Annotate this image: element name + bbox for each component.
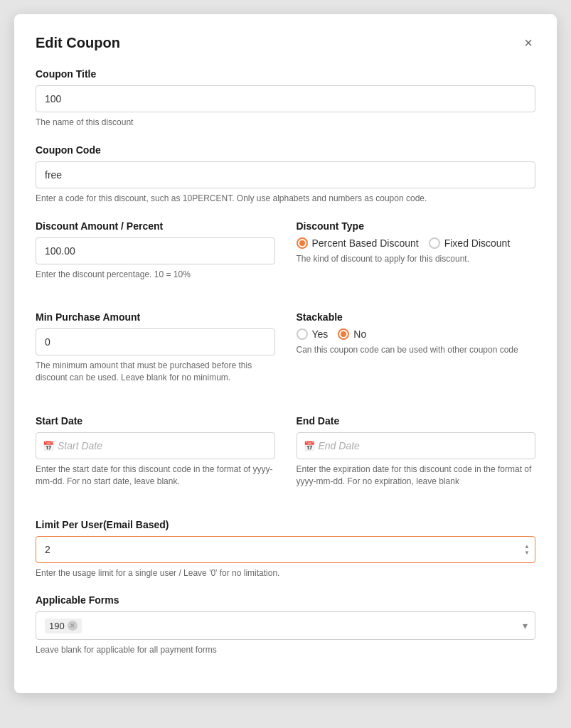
discount-type-group: Discount Type Percent Based Discount Fix… [297, 220, 536, 281]
discount-type-hint: The kind of discount to apply for this d… [297, 253, 536, 265]
percent-discount-radio[interactable] [297, 237, 308, 249]
edit-coupon-modal: Edit Coupon × Coupon Title The name of t… [14, 14, 557, 693]
coupon-title-hint: The name of this discount [36, 117, 535, 129]
start-date-group: Start Date 📅 Enter the start date for th… [36, 415, 275, 488]
coupon-title-label: Coupon Title [36, 68, 535, 80]
close-button[interactable]: × [521, 34, 535, 51]
coupon-title-input[interactable] [36, 85, 535, 112]
limit-per-user-input[interactable] [36, 536, 535, 563]
limit-per-user-wrapper: ▲ ▼ [36, 536, 535, 563]
end-date-hint: Enter the expiration date for this disco… [297, 464, 536, 488]
discount-row: Discount Amount / Percent Enter the disc… [36, 220, 535, 296]
end-date-wrapper: 📅 [297, 432, 536, 459]
form-tag-remove[interactable]: × [68, 621, 78, 631]
applicable-forms-group: Applicable Forms 190 × ▾ Leave blank for… [36, 594, 535, 656]
form-tag-190: 190 × [45, 619, 82, 633]
stackable-radio-group: Yes No [297, 328, 536, 340]
stackable-yes-radio[interactable] [297, 328, 308, 340]
end-date-input[interactable] [297, 432, 536, 459]
form-tag-value: 190 [49, 621, 65, 631]
min-purchase-group: Min Purchase Amount The minimum amount t… [36, 311, 275, 384]
min-purchase-hint: The minimum amount that must be purchase… [36, 360, 275, 384]
coupon-code-hint: Enter a code for this discount, such as … [36, 193, 535, 205]
stackable-no-label: No [353, 328, 366, 340]
percent-discount-label: Percent Based Discount [312, 237, 419, 249]
fixed-discount-option[interactable]: Fixed Discount [429, 237, 511, 249]
applicable-forms-input[interactable]: 190 × ▾ [36, 611, 535, 640]
min-stackable-row: Min Purchase Amount The minimum amount t… [36, 311, 535, 400]
coupon-code-group: Coupon Code Enter a code for this discou… [36, 144, 535, 205]
start-date-input[interactable] [36, 432, 275, 459]
chevron-down-icon[interactable]: ▾ [523, 620, 528, 631]
discount-amount-hint: Enter the discount percentage. 10 = 10% [36, 269, 275, 281]
limit-stepper[interactable]: ▲ ▼ [524, 543, 530, 555]
limit-per-user-label: Limit Per User(Email Based) [36, 519, 535, 530]
stackable-no-radio[interactable] [338, 328, 349, 340]
discount-amount-input[interactable] [36, 237, 275, 264]
coupon-code-input[interactable] [36, 161, 535, 188]
stackable-hint: Can this coupon code can be used with ot… [297, 344, 536, 356]
discount-type-radio-group: Percent Based Discount Fixed Discount [297, 237, 536, 249]
min-purchase-label: Min Purchase Amount [36, 311, 275, 323]
stepper-down-icon[interactable]: ▼ [524, 550, 530, 555]
limit-per-user-group: Limit Per User(Email Based) ▲ ▼ Enter th… [36, 519, 535, 579]
discount-amount-group: Discount Amount / Percent Enter the disc… [36, 220, 275, 281]
coupon-title-group: Coupon Title The name of this discount [36, 68, 535, 129]
applicable-forms-label: Applicable Forms [36, 594, 535, 606]
end-date-calendar-icon: 📅 [304, 440, 315, 451]
fixed-discount-radio[interactable] [429, 237, 440, 249]
stepper-up-icon[interactable]: ▲ [524, 543, 530, 549]
start-date-calendar-icon: 📅 [43, 440, 54, 451]
limit-per-user-hint: Enter the usage limit for a single user … [36, 567, 535, 579]
stackable-yes-option[interactable]: Yes [297, 328, 329, 340]
stackable-no-option[interactable]: No [338, 328, 366, 340]
applicable-forms-hint: Leave blank for applicable for all payme… [36, 644, 535, 656]
fixed-discount-label: Fixed Discount [444, 237, 511, 249]
stackable-yes-label: Yes [312, 328, 329, 340]
percent-discount-option[interactable]: Percent Based Discount [297, 237, 419, 249]
stackable-group: Stackable Yes No Can this coupon code ca… [297, 311, 536, 384]
stackable-label: Stackable [297, 311, 536, 323]
dates-row: Start Date 📅 Enter the start date for th… [36, 415, 535, 503]
start-date-label: Start Date [36, 415, 275, 427]
min-purchase-input[interactable] [36, 328, 275, 355]
end-date-group: End Date 📅 Enter the expiration date for… [297, 415, 536, 488]
discount-type-label: Discount Type [297, 220, 536, 232]
start-date-hint: Enter the start date for this discount c… [36, 464, 275, 488]
modal-title: Edit Coupon [36, 35, 120, 51]
discount-amount-label: Discount Amount / Percent [36, 220, 275, 232]
modal-header: Edit Coupon × [36, 34, 535, 51]
end-date-label: End Date [297, 415, 536, 427]
start-date-wrapper: 📅 [36, 432, 275, 459]
coupon-code-label: Coupon Code [36, 144, 535, 156]
